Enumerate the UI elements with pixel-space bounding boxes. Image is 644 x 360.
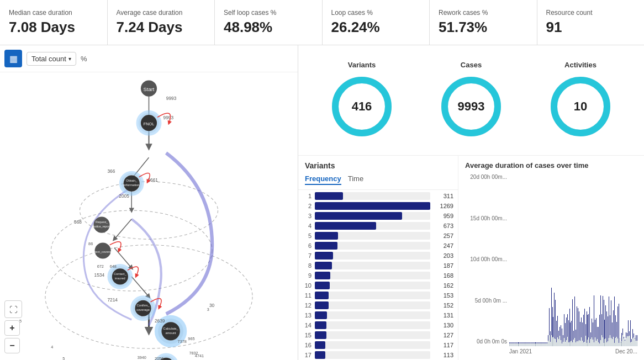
svg-text:amount: amount: [166, 331, 176, 335]
variant-bar-bg: [315, 272, 430, 279]
chart-bar-dark: [585, 324, 586, 335]
svg-text:366: 366: [107, 168, 115, 174]
list-item[interactable]: 12 152: [303, 301, 453, 309]
svg-text:2005: 2005: [119, 193, 129, 199]
variant-bar: [315, 212, 402, 220]
list-item[interactable]: 6 247: [303, 242, 453, 250]
list-item[interactable]: 11 153: [303, 292, 453, 299]
chart-bar-light: [553, 337, 553, 346]
variant-num: 10: [303, 282, 312, 289]
svg-text:Calculate_: Calculate_: [163, 327, 179, 330]
chart-bar-light: [622, 335, 623, 346]
chart-bar-group: [629, 174, 630, 346]
chart-bar-light: [569, 342, 570, 346]
list-item[interactable]: 9 168: [303, 272, 453, 279]
chart-bar-light: [594, 342, 594, 346]
chart-bar-dark: [608, 316, 608, 341]
list-item[interactable]: 16 117: [303, 341, 453, 349]
chart-bar-group: [606, 174, 607, 346]
chart-bar-light: [563, 342, 563, 346]
metric-label: Average case duration: [117, 9, 206, 17]
variant-bar-bg: [315, 301, 430, 309]
y-axis-label: 15d 00h 00m...: [465, 215, 507, 221]
table-icon-btn[interactable]: ▦: [4, 50, 22, 67]
list-item[interactable]: 4 673: [303, 222, 453, 230]
chart-bar-dark: [604, 300, 604, 343]
chart-bar-dark: [604, 320, 605, 339]
chart-bar-dark: [600, 295, 601, 340]
chart-bar-dark: [584, 309, 585, 342]
chart-bar-dark: [568, 320, 569, 342]
main-area: ▦ Total count ▾ % ↺ ↻: [0, 45, 644, 360]
metric-value: 7.24 Days: [117, 19, 206, 36]
variants-donut: 416: [329, 73, 395, 140]
list-item[interactable]: 14 130: [303, 321, 453, 329]
chart-bar-light: [628, 336, 629, 346]
chart-bar-group: [519, 174, 519, 346]
list-item[interactable]: 13 131: [303, 311, 453, 319]
metric-card: Self loop cases % 48.98%: [215, 0, 323, 45]
chart-bar-dark: [569, 309, 570, 342]
chart-bar-group: [588, 174, 589, 346]
chart-bar-light: [579, 340, 579, 346]
chevron-down-icon: ▾: [68, 56, 71, 62]
list-item[interactable]: 3 959: [303, 212, 453, 220]
chart-bar-dark: [616, 322, 617, 336]
chart-bar-group: [518, 174, 519, 346]
variants-tabs: Frequency Time: [298, 172, 458, 190]
chart-bar-group: [625, 174, 625, 346]
metric-card: Median case duration 7.08 Days: [0, 0, 108, 45]
variant-num: 9: [303, 272, 312, 279]
chart-bar-group: [604, 174, 605, 346]
chart-bar-light: [592, 337, 592, 346]
chart-bar-group: [603, 174, 603, 346]
chart-bar-dark: [605, 305, 606, 339]
metric-value: 51.73%: [439, 19, 528, 36]
chart-bar-light: [598, 342, 599, 346]
metric-dropdown[interactable]: Total count ▾: [27, 52, 76, 66]
table-icon: ▦: [9, 54, 18, 64]
list-item[interactable]: 2 1269: [303, 202, 453, 210]
chart-bar-group: [552, 174, 553, 346]
zoom-out-button[interactable]: −: [4, 338, 20, 353]
chart-bar-dark: [577, 306, 577, 341]
chart-bar-dark: [587, 315, 588, 340]
tab-frequency[interactable]: Frequency: [305, 174, 341, 185]
chart-bar-dark: [609, 297, 609, 338]
chart-bar-group: [516, 174, 516, 346]
chart-bar-group: [573, 174, 574, 346]
list-item[interactable]: 7 203: [303, 252, 453, 260]
variant-bar: [315, 341, 325, 349]
chart-bar-dark: [566, 317, 567, 340]
chart-bar-group: [537, 174, 537, 346]
list-item[interactable]: 17 113: [303, 351, 453, 359]
zoom-in-button[interactable]: +: [4, 320, 20, 336]
chart-bar-light: [593, 340, 593, 346]
list-item[interactable]: 10 162: [303, 282, 453, 289]
chart-bar-light: [574, 338, 575, 346]
chart-bar-light: [636, 341, 636, 346]
variants-stat: Variants 416: [329, 61, 395, 140]
chart-bar-group: [581, 174, 582, 346]
zoom-controls: ⛶ + −: [4, 300, 22, 353]
expand-icon-btn[interactable]: ⛶: [4, 300, 22, 318]
list-item[interactable]: 8 187: [303, 262, 453, 269]
chart-bar-light: [637, 341, 637, 346]
list-item[interactable]: 5 257: [303, 232, 453, 240]
process-map[interactable]: Start 9993 FNOL 9993 Ob: [0, 72, 298, 360]
chart-bar-group: [572, 174, 573, 346]
tab-time[interactable]: Time: [348, 174, 363, 185]
list-item[interactable]: 1 311: [303, 192, 453, 200]
bottom-area: Variants Frequency Time 1 311 2 1269 3 9…: [298, 156, 644, 360]
chart-bar-group: [532, 174, 532, 346]
chart-bar-light: [610, 335, 610, 346]
chart-bar-light: [567, 337, 568, 346]
variant-num: 3: [303, 213, 312, 219]
svg-text:648: 648: [110, 264, 117, 269]
chart-bar-light: [555, 339, 556, 346]
variant-bar: [315, 351, 325, 359]
metric-label: Resource count: [546, 9, 636, 17]
list-item[interactable]: 15 127: [303, 331, 453, 339]
chart-bar-light: [558, 339, 559, 346]
svg-text:30: 30: [209, 303, 215, 308]
